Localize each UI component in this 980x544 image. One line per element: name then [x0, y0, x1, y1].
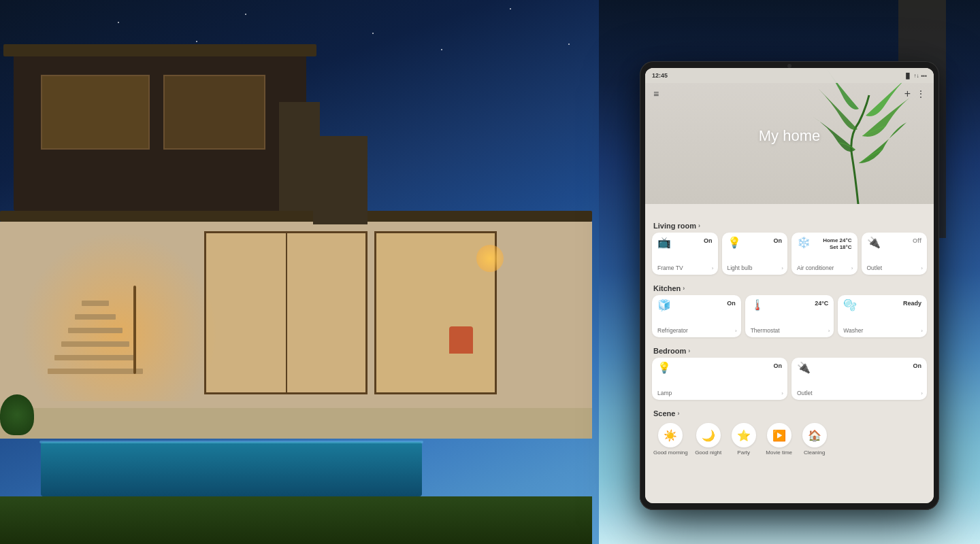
scene-good-morning[interactable]: ☀️ Good morning	[653, 423, 688, 456]
frame-tv-status: On	[704, 237, 713, 244]
washer-icon: 🫧	[843, 300, 857, 311]
outlet-br-status: On	[913, 362, 922, 369]
room-name-bedroom: Bedroom	[653, 347, 686, 355]
refrigerator-status: On	[727, 300, 736, 307]
scene-good-night[interactable]: 🌙 Good night	[693, 423, 723, 456]
device-card-air-conditioner[interactable]: ❄️ Home 24°C Set 18°C Air conditioner ›	[791, 233, 858, 275]
chevron-bedroom: ›	[688, 347, 690, 354]
thermostat-status: 24°C	[815, 300, 828, 307]
room-header-bedroom[interactable]: Bedroom ›	[652, 343, 927, 358]
device-card-outlet-br[interactable]: 🔌 On Outlet ›	[791, 358, 927, 400]
cleaning-label: Cleaning	[804, 449, 826, 456]
room-header-kitchen[interactable]: Kitchen ›	[652, 280, 927, 295]
lamp-status: On	[774, 362, 783, 369]
thermostat-icon: 🌡️	[751, 300, 764, 311]
light-bulb-status: On	[774, 237, 783, 244]
device-card-frame-tv[interactable]: 📺 On Frame TV ›	[652, 233, 718, 275]
device-card-outlet-lr[interactable]: 🔌 Off Outlet ›	[862, 233, 928, 275]
cleaning-icon-wrap: 🏠	[802, 423, 827, 447]
device-card-refrigerator[interactable]: 🧊 On Refrigerator ›	[652, 295, 741, 337]
light-bulb-chevron: ›	[781, 265, 783, 271]
lamp-name: Lamp	[657, 390, 672, 396]
light-bulb-icon: 💡	[728, 237, 741, 248]
tablet-frame: 12:45 ▐▌ ↑↓ ▪▪▪ ≡ + ⋮	[640, 61, 939, 510]
room-name-living-room: Living room	[653, 222, 696, 230]
outlet-lr-status: Off	[913, 237, 921, 244]
scene-cleaning[interactable]: 🏠 Cleaning	[800, 423, 830, 456]
room-header-living-room[interactable]: Living room ›	[652, 218, 927, 233]
good-night-icon: 🌙	[702, 429, 715, 442]
device-grid-bedroom: 💡 On Lamp › 🔌 On Outlet	[652, 358, 927, 400]
more-button[interactable]: ⋮	[916, 88, 926, 99]
scene-movie-time[interactable]: ▶️ Movie time	[764, 423, 794, 456]
scene-label: Scene	[653, 409, 675, 418]
party-icon-wrap: ⭐	[732, 423, 756, 447]
device-card-washer[interactable]: 🫧 Ready Washer ›	[838, 295, 927, 337]
frame-tv-name: Frame TV	[657, 265, 683, 271]
menu-icon[interactable]: ≡	[653, 88, 659, 99]
tablet-device: 12:45 ▐▌ ↑↓ ▪▪▪ ≡ + ⋮	[640, 61, 939, 510]
thermostat-name: Thermostat	[751, 327, 780, 334]
air-conditioner-name: Air conditioner	[797, 265, 834, 271]
outlet-br-name: Outlet	[797, 390, 813, 396]
refrigerator-icon: 🧊	[657, 300, 671, 311]
outlet-lr-icon: 🔌	[867, 237, 881, 248]
good-night-icon-wrap: 🌙	[696, 423, 721, 447]
outlet-lr-name: Outlet	[867, 265, 883, 271]
party-label: Party	[737, 449, 750, 456]
home-title: My home	[759, 127, 820, 145]
status-bar: 12:45 ▐▌ ↑↓ ▪▪▪	[645, 68, 934, 83]
status-time: 12:45	[652, 72, 668, 79]
outlet-lr-chevron: ›	[921, 265, 923, 271]
lamp-icon: 💡	[657, 362, 671, 373]
movie-time-label: Movie time	[766, 449, 792, 456]
frame-tv-chevron: ›	[712, 265, 714, 271]
room-section-kitchen: Kitchen › 🧊 On Refrigerator ›	[652, 280, 927, 337]
washer-status: Ready	[903, 300, 921, 307]
room-name-kitchen: Kitchen	[653, 284, 681, 292]
device-card-thermostat[interactable]: 🌡️ 24°C Thermostat ›	[745, 295, 834, 337]
wifi-icon: ▐▌	[904, 73, 911, 79]
good-morning-icon-wrap: ☀️	[658, 423, 683, 447]
device-grid-living-room: 📺 On Frame TV › 💡 On Lig	[652, 233, 927, 275]
air-conditioner-chevron: ›	[851, 265, 853, 271]
washer-chevron: ›	[921, 328, 923, 334]
movie-time-icon-wrap: ▶️	[767, 423, 791, 447]
status-icons: ▐▌ ↑↓ ▪▪▪	[904, 73, 927, 79]
chevron-kitchen: ›	[683, 285, 685, 292]
chevron-living-room: ›	[698, 222, 700, 229]
outlet-br-chevron: ›	[921, 390, 923, 396]
ac-status-home: Home 24°C	[823, 237, 851, 244]
device-card-light-bulb[interactable]: 💡 On Light bulb ›	[722, 233, 788, 275]
room-section-living-room: Living room › 📺 On Frame TV ›	[652, 218, 927, 275]
topbar-actions: + ⋮	[904, 88, 926, 100]
device-grid-kitchen: 🧊 On Refrigerator › 🌡️ 24°C	[652, 295, 927, 337]
good-night-label: Good night	[695, 449, 721, 456]
washer-name: Washer	[843, 327, 863, 334]
good-morning-icon: ☀️	[664, 429, 677, 442]
add-button[interactable]: +	[904, 88, 911, 100]
room-section-bedroom: Bedroom › 💡 On Lamp ›	[652, 343, 927, 400]
scene-party[interactable]: ⭐ Party	[729, 423, 759, 456]
movie-time-icon: ▶️	[772, 429, 786, 442]
battery-icon: ▪▪▪	[921, 73, 927, 79]
scene-chevron: ›	[677, 410, 679, 417]
scene-header[interactable]: Scene ›	[652, 405, 927, 420]
scene-grid: ☀️ Good morning 🌙 Good night	[652, 420, 927, 458]
good-morning-label: Good morning	[653, 449, 688, 456]
device-list[interactable]: Living room › 📺 On Frame TV ›	[645, 218, 934, 503]
cleaning-icon: 🏠	[808, 429, 821, 442]
device-card-lamp[interactable]: 💡 On Lamp ›	[652, 358, 787, 400]
light-bulb-name: Light bulb	[728, 265, 753, 271]
party-icon: ⭐	[737, 429, 751, 442]
air-conditioner-icon: ❄️	[797, 237, 811, 248]
outlet-br-icon: 🔌	[797, 362, 811, 373]
scene-section: Scene › ☀️ Good morning 🌙	[652, 405, 927, 458]
refrigerator-name: Refrigerator	[657, 327, 688, 334]
thermostat-chevron: ›	[828, 328, 830, 334]
frame-tv-icon: 📺	[657, 237, 671, 248]
ac-status-set: Set 18°C	[823, 244, 851, 251]
signal-bars: ↑↓	[913, 73, 919, 79]
app-topbar: ≡ + ⋮	[645, 83, 934, 105]
lamp-chevron: ›	[781, 390, 783, 396]
